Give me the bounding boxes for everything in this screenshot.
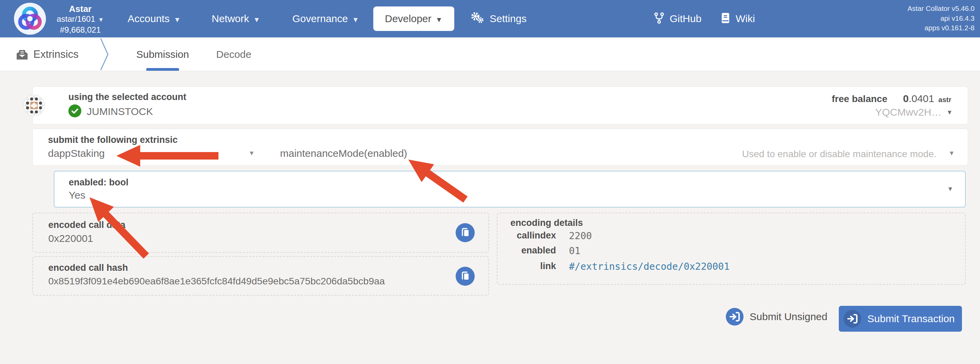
row-label: callindex: [498, 230, 556, 241]
selected-account-row[interactable]: JUMINSTOCK: [68, 105, 153, 119]
nav-item-developer-active[interactable]: Developer▼: [373, 6, 454, 31]
chevron-down-icon: ▼: [352, 16, 359, 24]
free-balance: free balance 0 .0401 astr: [832, 93, 951, 105]
section-divider-chevron: [99, 37, 110, 73]
account-section-label: using the selected account: [68, 92, 186, 102]
copy-call-hash-button[interactable]: [456, 267, 475, 286]
chevron-down-icon: ▼: [173, 16, 181, 24]
sign-in-icon: [843, 310, 861, 327]
copy-icon: [456, 267, 475, 286]
nav-item-network[interactable]: Network▼: [212, 0, 260, 38]
active-tab-underline: [146, 68, 179, 71]
balance-unit: astr: [938, 95, 951, 104]
github-label: GitHub: [670, 13, 701, 24]
encoded-call-hash-box: encoded call hash 0x8519f3f091e4eb690ea6…: [32, 256, 489, 296]
sign-in-icon: [726, 308, 743, 326]
best-block-number: #9,668,021: [44, 25, 116, 35]
astar-logo[interactable]: [14, 2, 46, 35]
chevron-down-icon: ▼: [253, 16, 260, 24]
version-info: Astar Collator v5.46.0 api v16.4.3 apps …: [907, 4, 975, 33]
encoded-call-data-value: 0x220001: [48, 233, 93, 244]
api-version: api v16.4.3: [907, 14, 975, 24]
row-label: link: [498, 261, 556, 272]
account-address-dropdown[interactable]: YQCMwv2H… ▾: [875, 106, 951, 118]
balance-fraction: .0401: [908, 93, 934, 105]
row-value: 2200: [569, 230, 592, 242]
encoding-details-box: encoding details callindex 2200 enabled …: [497, 213, 966, 285]
submit-unsigned-label: Submit Unsigned: [749, 311, 827, 323]
apps-version: apps v0.161.2-8: [907, 23, 975, 33]
chevron-down-icon[interactable]: ▾: [950, 149, 953, 157]
chain-selector[interactable]: Astar astar/1601▼ #9,668,021: [44, 4, 116, 35]
nav-item-settings[interactable]: Settings: [470, 0, 527, 37]
submit-unsigned-button[interactable]: Submit Unsigned: [726, 308, 827, 326]
pallet-select-value[interactable]: dappStaking: [48, 148, 105, 159]
nav-item-accounts[interactable]: Accounts▼: [127, 0, 181, 38]
section-title-extrinsics: Extrinsics: [33, 37, 79, 71]
encoded-call-hash-value: 0x8519f3f091e4eb690ea6f8ae1e365fcfc84fd4…: [48, 275, 385, 287]
tab-submission[interactable]: Submission: [135, 37, 190, 71]
submit-transaction-button[interactable]: Submit Transaction: [839, 306, 962, 332]
wiki-label: Wiki: [736, 13, 755, 24]
code-branch-icon: [654, 12, 664, 25]
chain-network: astar/1601: [56, 14, 95, 24]
param-panel-enabled: enabled: bool Yes ▾: [54, 171, 966, 208]
method-hint: Used to enable or disable maintenance mo…: [742, 149, 937, 159]
decode-link[interactable]: #/extrinsics/decode/0x220001: [569, 261, 730, 272]
settings-label: Settings: [490, 13, 527, 24]
wiki-link[interactable]: Wiki: [721, 0, 755, 37]
github-link[interactable]: GitHub: [654, 0, 701, 37]
book-icon: [721, 12, 730, 25]
chevron-down-icon: ▼: [436, 16, 443, 24]
gears-icon: [470, 11, 485, 26]
encoded-call-hash-label: encoded call hash: [48, 262, 128, 273]
chevron-down-icon[interactable]: ▾: [948, 184, 952, 193]
copy-icon: [456, 223, 475, 242]
extrinsic-card: submit the following extrinsic dappStaki…: [32, 129, 968, 166]
account-name: JUMINSTOCK: [87, 106, 153, 118]
app-header: Astar astar/1601▼ #9,668,021 Accounts▼ N…: [0, 0, 980, 37]
param-label: enabled: bool: [69, 177, 129, 188]
method-select-value[interactable]: maintenanceMode(enabled): [280, 148, 407, 159]
envelope-open-text-icon: [16, 49, 29, 62]
chevron-down-icon: ▼: [98, 16, 104, 23]
nav-item-governance[interactable]: Governance▼: [292, 0, 359, 38]
encoded-call-data-box: encoded call data 0x220001: [32, 213, 489, 253]
chevron-down-icon[interactable]: ▾: [250, 149, 253, 157]
balance-whole: 0: [903, 93, 909, 105]
encoded-call-data-label: encoded call data: [48, 220, 126, 230]
submit-transaction-label: Submit Transaction: [867, 306, 955, 332]
account-address-short: YQCMwv2H…: [875, 106, 942, 118]
extrinsics-page: Astar astar/1601▼ #9,668,021 Accounts▼ N…: [0, 0, 980, 364]
tab-bar: Extrinsics Submission Decode: [0, 37, 980, 71]
node-version: Astar Collator v5.46.0: [907, 4, 975, 14]
encoding-details-title: encoding details: [511, 218, 583, 228]
extrinsic-section-label: submit the following extrinsic: [48, 135, 178, 145]
copy-call-data-button[interactable]: [456, 223, 475, 242]
row-label: enabled: [498, 245, 556, 256]
free-balance-label: free balance: [832, 94, 887, 105]
account-identicon[interactable]: [23, 95, 45, 118]
chevron-down-icon: ▾: [948, 108, 951, 117]
chain-name: Astar: [44, 4, 116, 14]
row-value: 01: [569, 245, 581, 256]
param-value-select[interactable]: Yes: [69, 189, 86, 201]
account-card: using the selected account JUMINSTOCK fr…: [32, 86, 968, 124]
tab-decode[interactable]: Decode: [215, 37, 253, 71]
success-check-icon: [68, 105, 81, 119]
